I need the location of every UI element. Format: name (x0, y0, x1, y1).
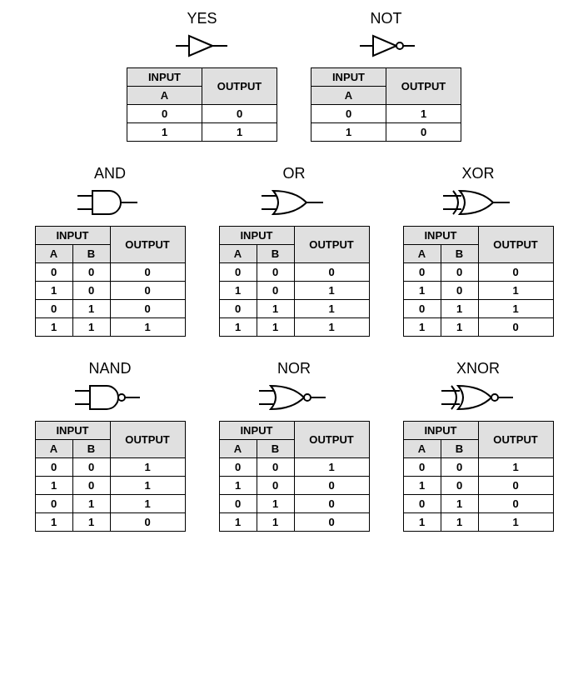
header-input: INPUT (35, 422, 110, 440)
table-row: 001 (403, 458, 553, 477)
table-row: 010 (219, 495, 369, 513)
gate-nand-table: INPUTOUTPUT AB 001 101 011 110 (35, 421, 186, 532)
row-3: NAND INPUTOUTPUT AB 001 101 011 110 NOR … (10, 360, 578, 532)
or-gate-icon (257, 184, 331, 221)
table-row: 101 (219, 282, 369, 300)
gate-xnor: XNOR INPUTOUTPUT AB 001 100 010 111 (403, 360, 554, 532)
header-output: OUTPUT (110, 227, 185, 263)
header-b: B (72, 245, 110, 263)
table-row: 100 (219, 477, 369, 495)
header-output: OUTPUT (202, 68, 277, 105)
gate-nor-title: NOR (277, 360, 311, 378)
svg-point-5 (396, 42, 403, 49)
header-output: OUTPUT (386, 68, 461, 105)
gate-and-title: AND (94, 165, 126, 182)
header-a: A (219, 245, 257, 263)
header-b: B (257, 440, 294, 458)
nand-gate-icon (70, 379, 150, 416)
header-input: INPUT (35, 227, 110, 245)
table-row: 111 (219, 318, 369, 337)
header-output: OUTPUT (294, 422, 369, 458)
svg-marker-1 (189, 36, 212, 56)
gate-yes: YES INPUTOUTPUT A 00 11 (127, 10, 277, 142)
not-gate-icon (353, 29, 420, 62)
svg-marker-4 (373, 36, 396, 56)
table-row: 11 (127, 123, 277, 142)
gate-nand: NAND INPUTOUTPUT AB 001 101 011 110 (35, 360, 186, 532)
table-row: 111 (403, 513, 553, 532)
header-output: OUTPUT (294, 227, 369, 263)
gate-or-title: OR (283, 165, 306, 182)
header-input: INPUT (311, 68, 386, 87)
gate-nor: NOR INPUTOUTPUT AB 001 100 010 110 (219, 360, 370, 532)
table-row: 100 (35, 282, 185, 300)
table-row: 01 (311, 105, 461, 123)
header-a: A (403, 245, 441, 263)
header-b: B (441, 245, 478, 263)
gate-xnor-table: INPUTOUTPUT AB 001 100 010 111 (403, 421, 554, 532)
gate-and: AND INPUTOUTPUT AB 000 100 010 111 (35, 165, 186, 337)
table-row: 110 (35, 513, 185, 532)
gate-or-table: INPUTOUTPUT AB 000 101 011 111 (219, 226, 370, 337)
gate-or: OR INPUTOUTPUT AB 000 101 011 111 (219, 165, 370, 337)
header-input: INPUT (219, 227, 294, 245)
gate-nor-table: INPUTOUTPUT AB 001 100 010 110 (219, 421, 370, 532)
table-row: 000 (35, 263, 185, 282)
and-gate-icon (72, 184, 147, 221)
row-1: YES INPUTOUTPUT A 00 11 NOT INPUTOUTPUT … (10, 10, 578, 142)
table-row: 101 (35, 477, 185, 495)
table-row: 110 (219, 513, 369, 532)
table-row: 10 (311, 123, 461, 142)
table-row: 111 (35, 318, 185, 337)
gate-xor-table: INPUTOUTPUT AB 000 101 011 110 (403, 226, 554, 337)
gate-not-table: INPUTOUTPUT A 01 10 (311, 68, 461, 142)
gate-xnor-title: XNOR (456, 360, 500, 378)
header-a: A (219, 440, 257, 458)
header-input: INPUT (403, 422, 478, 440)
table-row: 011 (35, 495, 185, 513)
gate-xor-title: XOR (461, 165, 494, 182)
svg-point-26 (491, 394, 498, 401)
gate-nand-title: NAND (88, 360, 131, 378)
gate-xor: XOR INPUTOUTPUT AB 000 101 011 110 (403, 165, 554, 337)
svg-point-18 (118, 394, 125, 401)
header-a: A (127, 87, 202, 105)
header-a: A (35, 245, 72, 263)
row-2: AND INPUTOUTPUT AB 000 100 010 111 OR IN… (10, 165, 578, 337)
xnor-gate-icon (436, 379, 520, 416)
header-input: INPUT (219, 422, 294, 440)
nor-gate-icon (254, 379, 334, 416)
header-a: A (35, 440, 72, 458)
table-row: 00 (127, 105, 277, 123)
table-row: 101 (403, 282, 553, 300)
gate-and-table: INPUTOUTPUT AB 000 100 010 111 (35, 226, 186, 337)
table-row: 011 (403, 300, 553, 318)
header-input: INPUT (403, 227, 478, 245)
gate-yes-table: INPUTOUTPUT A 00 11 (127, 68, 277, 142)
table-row: 000 (219, 263, 369, 282)
table-row: 011 (219, 300, 369, 318)
header-output: OUTPUT (110, 422, 185, 458)
table-row: 001 (219, 458, 369, 477)
gate-not-title: NOT (371, 10, 402, 28)
svg-point-22 (304, 394, 311, 401)
header-output: OUTPUT (478, 227, 553, 263)
header-input: INPUT (127, 68, 202, 87)
header-output: OUTPUT (478, 422, 553, 458)
header-b: B (257, 245, 294, 263)
table-row: 010 (35, 300, 185, 318)
xor-gate-icon (438, 184, 518, 221)
table-row: 100 (403, 477, 553, 495)
gate-not: NOT INPUTOUTPUT A 01 10 (311, 10, 461, 142)
header-b: B (441, 440, 478, 458)
table-row: 010 (403, 495, 553, 513)
buffer-gate-icon (169, 29, 236, 62)
table-row: 000 (403, 263, 553, 282)
header-a: A (311, 87, 386, 105)
header-a: A (403, 440, 441, 458)
header-b: B (72, 440, 110, 458)
table-row: 001 (35, 458, 185, 477)
table-row: 110 (403, 318, 553, 337)
gate-yes-title: YES (187, 10, 217, 28)
